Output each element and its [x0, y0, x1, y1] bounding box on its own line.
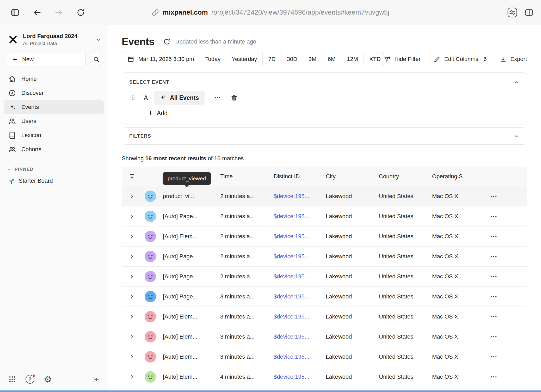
range-7d[interactable]: 7D — [262, 52, 281, 66]
row-expand-chevron[interactable] — [129, 334, 135, 340]
table-row[interactable]: [Auto] Elem...3 minutes a...$device:195.… — [122, 307, 527, 327]
trash-icon[interactable] — [231, 94, 238, 101]
distinct-id-link[interactable]: $device:195... — [274, 273, 309, 280]
settings-gear-icon[interactable]: ⚙ — [44, 375, 52, 384]
table-row[interactable]: [Auto] Page...2 minutes a...$device:195.… — [122, 247, 527, 267]
select-event-label: SELECT EVENT — [129, 79, 519, 85]
chevron-up-icon[interactable] — [513, 79, 520, 86]
row-more-button[interactable] — [490, 353, 497, 360]
sidebar-item-discover[interactable]: Discover — [4, 86, 104, 100]
distinct-id-link[interactable]: $device:195... — [274, 213, 309, 219]
row-more-button[interactable] — [490, 373, 497, 381]
row-more-button[interactable] — [490, 193, 497, 200]
table-row[interactable]: [Auto] Elem...3 minutes a...$device:195.… — [122, 327, 527, 347]
table-row[interactable]: [Auto] Page...3 minutes a...$device:195.… — [122, 287, 527, 307]
header-city[interactable]: City — [326, 173, 379, 180]
distinct-id-link[interactable]: $device:195... — [274, 293, 309, 300]
table-row[interactable]: [Auto] Elem...2 minutes a...$device:195.… — [122, 226, 527, 247]
row-expand-chevron[interactable] — [129, 293, 135, 300]
range-today[interactable]: Today — [200, 52, 226, 66]
sidebar-item-users[interactable]: Users — [4, 114, 104, 128]
header-country[interactable]: Country — [379, 173, 432, 180]
sidebar-item-cohorts[interactable]: Cohorts — [4, 142, 104, 156]
row-expand-chevron[interactable] — [129, 314, 135, 320]
row-expand-chevron[interactable] — [129, 374, 135, 380]
export-button[interactable]: Export — [500, 56, 527, 63]
header-distinct-id[interactable]: Distinct ID — [274, 173, 326, 180]
date-picker[interactable]: Mar 11, 2025 3:30 pm — [122, 52, 200, 66]
pinned-section-toggle[interactable]: PINNED — [0, 167, 108, 172]
distinct-id-link[interactable]: $device:195... — [274, 233, 309, 240]
url-bar[interactable]: mixpanel.com/project/3472420/view/397469… — [152, 8, 389, 16]
event-avatar — [145, 351, 156, 363]
add-event-button[interactable]: Add — [147, 109, 519, 117]
sidebar-toggle-icon[interactable] — [10, 7, 20, 18]
distinct-id-link[interactable]: $device:195... — [274, 193, 309, 199]
row-more-button[interactable] — [490, 273, 497, 280]
forward-button[interactable] — [54, 7, 64, 18]
distinct-id-link[interactable]: $device:195... — [274, 253, 309, 260]
refresh-icon[interactable] — [163, 38, 171, 46]
row-more-button[interactable] — [490, 253, 497, 260]
download-icon — [500, 56, 507, 63]
table-row[interactable]: [Auto] Elem...3 minutes a...$device:195.… — [122, 347, 527, 367]
row-more-button[interactable] — [490, 233, 497, 240]
row-more-button[interactable] — [490, 313, 497, 320]
tune-button[interactable] — [507, 7, 518, 18]
hide-filter-button[interactable]: Hide Filter — [384, 56, 421, 63]
distinct-id-link[interactable]: $device:195... — [274, 353, 309, 360]
table-row[interactable]: product_vi...2 minutes a...$device:195..… — [122, 186, 527, 206]
row-expand-chevron[interactable] — [129, 193, 135, 199]
country-cell: United States — [379, 193, 432, 200]
table-row[interactable]: [Auto] Page...2 minutes a...$device:195.… — [122, 206, 527, 226]
range-12m[interactable]: 12M — [341, 52, 364, 66]
range-3m[interactable]: 3M — [303, 52, 322, 66]
collapse-rows-icon[interactable] — [128, 173, 135, 180]
edit-columns-button[interactable]: Edit Columns · 6 — [434, 56, 487, 63]
row-expand-chevron[interactable] — [129, 354, 135, 360]
header-os[interactable]: Operating S — [432, 173, 483, 180]
sidebar-item-lexicon[interactable]: Lexicon — [4, 128, 104, 142]
range-30d[interactable]: 30D — [281, 52, 303, 66]
header-time[interactable]: Time — [220, 173, 274, 180]
chevron-down-icon[interactable] — [513, 133, 520, 140]
distinct-id-link[interactable]: $device:195... — [274, 313, 309, 320]
table-row[interactable]: [Auto] Page...4 minutes a...$device:195.… — [122, 387, 527, 390]
apps-grid-icon[interactable] — [8, 375, 16, 383]
split-view-button[interactable] — [524, 7, 534, 18]
event-selector-chip[interactable]: All Events — [154, 91, 205, 105]
row-more-button[interactable] — [490, 333, 497, 340]
search-button[interactable] — [90, 53, 103, 66]
row-more-button[interactable] — [490, 213, 497, 220]
event-more-button[interactable] — [214, 94, 221, 101]
range-xtd[interactable]: XTD — [364, 52, 384, 66]
calendar-icon — [127, 56, 134, 63]
back-button[interactable] — [32, 7, 42, 18]
table-row[interactable]: [Auto] Page...2 minutes a...$device:195.… — [122, 267, 527, 287]
pinned-item-starter-board[interactable]: Starter Board — [8, 177, 100, 185]
sidebar-item-home[interactable]: Home — [4, 72, 104, 86]
new-button[interactable]: New — [7, 53, 85, 66]
city-cell: Lakewood — [326, 333, 379, 340]
collapse-sidebar-icon[interactable] — [92, 375, 100, 383]
workspace-switcher[interactable]: Lord Farquaad 2024 All Project Data — [0, 25, 108, 50]
row-expand-chevron[interactable] — [129, 233, 135, 240]
table-row[interactable]: [Auto] Elem...4 minutes a...$device:195.… — [122, 367, 527, 387]
row-expand-chevron[interactable] — [129, 213, 135, 219]
reload-button[interactable] — [76, 7, 86, 18]
help-icon[interactable]: ? — [26, 375, 34, 384]
row-expand-chevron[interactable] — [129, 253, 135, 260]
city-cell: Lakewood — [326, 293, 379, 300]
range-yesterday[interactable]: Yesterday — [226, 52, 262, 66]
drag-handle-icon[interactable] — [130, 94, 137, 101]
row-more-button[interactable] — [490, 293, 497, 300]
row-expand-chevron[interactable] — [129, 273, 135, 280]
range-6m[interactable]: 6M — [322, 52, 341, 66]
distinct-id-link[interactable]: $device:195... — [274, 333, 309, 340]
event-chip-label: All Events — [170, 94, 199, 101]
add-label: Add — [157, 110, 168, 117]
sidebar-item-events[interactable]: Events — [4, 100, 104, 114]
time-cell: 3 minutes a... — [220, 333, 274, 340]
distinct-id-link[interactable]: $device:195... — [274, 373, 309, 380]
time-cell: 4 minutes a... — [220, 373, 274, 380]
